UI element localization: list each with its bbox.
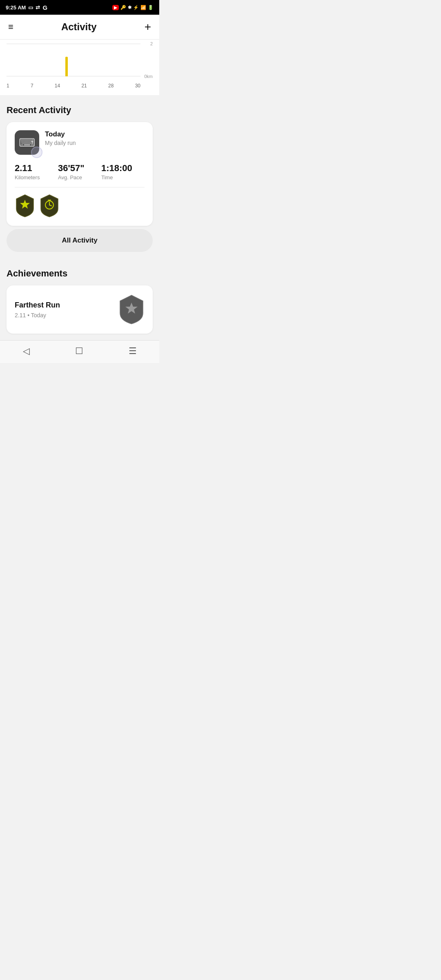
activity-icon-box: ⌨ [15,130,39,155]
menu-button[interactable]: ≡ [8,22,13,32]
achievement-badge-icon [118,294,145,325]
activity-card-header: ⌨ Today My daily run [15,130,145,155]
nav-bar: ◁ ☐ ☰ [0,340,159,363]
nav-home-button[interactable]: ☐ [67,344,91,358]
battery-icon: 🔋 [148,5,154,10]
stat-km-value: 2.11 [15,163,58,174]
achievement-info: Farthest Run 2.11 • Today [15,301,118,318]
recent-activity-section: Recent Activity ⌨ Today My daily run 2.1… [0,95,159,258]
video-icon: ▭ [28,4,33,11]
nav-menu-button[interactable]: ☰ [120,344,145,358]
chart-x-labels: 1 7 14 21 28 30 [7,83,140,89]
app-header: ≡ Activity + [0,15,159,40]
status-time-area: 9:25 AM ▭ ⇄ G [6,4,47,11]
activity-name: My daily run [45,140,145,146]
recent-activity-title: Recent Activity [7,105,153,116]
chart-x-7: 7 [31,83,33,89]
status-time: 9:25 AM [6,4,26,11]
achievement-title: Farthest Run [15,301,118,310]
chart-y-label-top: 2 [150,41,153,46]
stat-pace: 36'57" Avg. Pace [58,163,101,180]
achievements-section: Achievements Farthest Run 2.11 • Today [0,258,159,340]
chart-grid-top [7,44,140,44]
achievements-title: Achievements [7,268,153,279]
chart-x-30: 30 [135,83,140,89]
activity-date: Today [45,130,145,138]
activity-stats: 2.11 Kilometers 36'57" Avg. Pace 1:18:00… [15,163,145,180]
achievement-card: Farthest Run 2.11 • Today [7,285,153,334]
stat-pace-value: 36'57" [58,163,101,174]
status-bar: 9:25 AM ▭ ⇄ G ▶ 🔑 ✱ ⚡ 📶 🔋 [0,0,159,15]
page-title: Activity [61,21,97,33]
stat-kilometers: 2.11 Kilometers [15,163,58,180]
stat-time-label: Time [101,174,145,180]
activity-icon-overlay [31,147,42,158]
chart-x-1: 1 [7,83,9,89]
bluetooth-icon: ✱ [128,5,131,10]
chart-x-21: 21 [81,83,87,89]
chart-bar-today [65,57,68,76]
status-icons-area: ▶ 🔑 ✱ ⚡ 📶 🔋 [112,5,154,10]
nav-back-button[interactable]: ◁ [15,344,38,358]
key-icon: 🔑 [120,5,126,10]
all-activity-button[interactable]: All Activity [7,229,153,252]
google-icon: G [42,4,47,11]
achievement-subtitle: 2.11 • Today [15,312,118,318]
chart-section: 2 0km 1 7 14 21 28 30 [0,40,159,95]
farthest-run-badge [15,194,35,218]
bolt-icon: ⚡ [133,5,139,10]
add-button[interactable]: + [145,20,151,33]
stat-pace-label: Avg. Pace [58,174,101,180]
timer-badge [39,194,60,218]
activity-info: Today My daily run [45,130,145,146]
wifi-icon: 📶 [140,5,146,10]
chart-y-label-bottom: 0km [144,74,153,79]
chart-grid-bottom [7,76,140,76]
activity-chart: 2 0km 1 7 14 21 28 30 [7,44,153,89]
chart-x-28: 28 [108,83,114,89]
activity-divider [15,187,145,187]
rec-icon: ▶ [112,5,119,10]
treadmill-icon: ⌨ [19,136,35,149]
stat-time-value: 1:18:00 [101,163,145,174]
activity-card: ⌨ Today My daily run 2.11 Kilometers 36'… [7,122,153,226]
activity-badges [15,194,145,218]
chart-x-14: 14 [55,83,60,89]
stat-km-label: Kilometers [15,174,58,180]
stat-time: 1:18:00 Time [101,163,145,180]
wifi-signal-icon: ⇄ [36,4,40,11]
